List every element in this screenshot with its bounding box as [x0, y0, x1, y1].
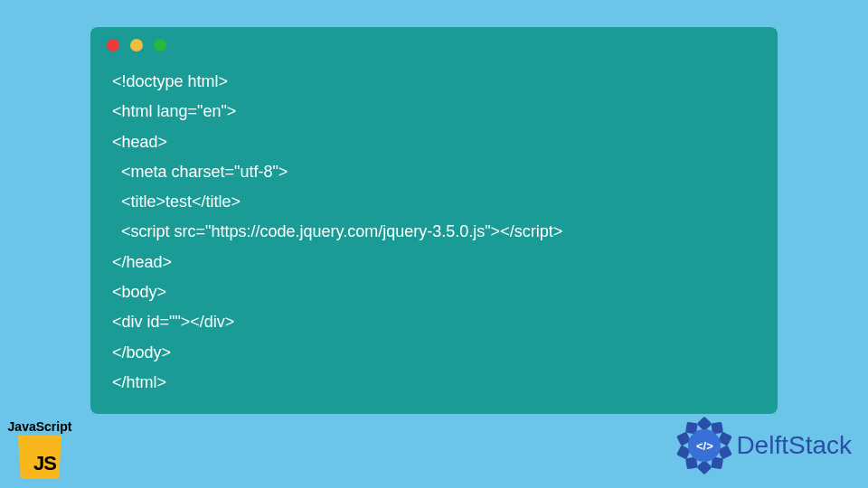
- minimize-icon: [130, 39, 143, 52]
- close-icon: [107, 39, 119, 52]
- javascript-icon-text: JS: [33, 452, 56, 475]
- maximize-icon: [154, 39, 166, 52]
- code-block: <!doctype html> <html lang="en"> <head> …: [90, 63, 778, 398]
- javascript-icon: JS: [18, 436, 61, 479]
- delftstack-brand-text: DelftStack: [736, 431, 852, 460]
- window-titlebar: [90, 27, 778, 63]
- delftstack-logo: </> DelftStack: [678, 419, 852, 472]
- javascript-label: JavaScript: [4, 419, 76, 434]
- delftstack-gear-icon: </>: [678, 419, 731, 472]
- code-window: <!doctype html> <html lang="en"> <head> …: [90, 27, 778, 414]
- javascript-badge: JavaScript JS: [4, 419, 76, 479]
